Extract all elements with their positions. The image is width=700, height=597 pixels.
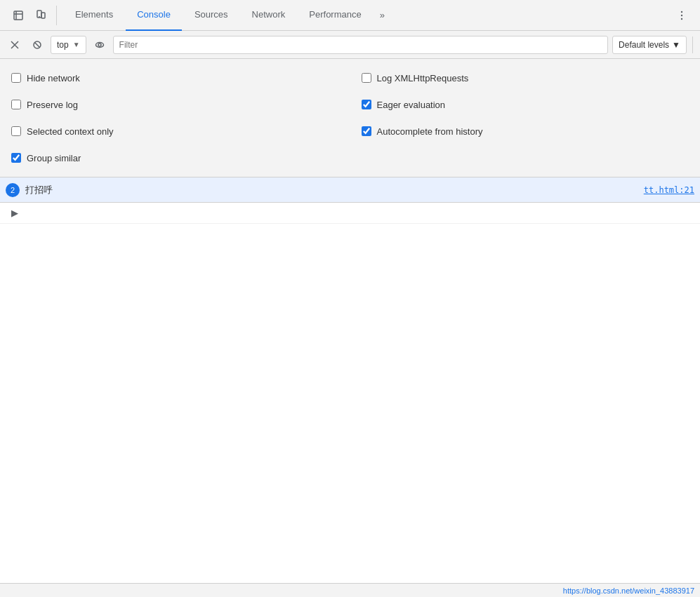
tab-elements[interactable]: Elements bbox=[64, 0, 124, 31]
filter-input[interactable] bbox=[113, 36, 608, 54]
selected-context-label[interactable]: Selected context only bbox=[11, 126, 114, 137]
group-similar-label[interactable]: Group similar bbox=[11, 153, 81, 163]
clear-console-icon[interactable] bbox=[6, 36, 24, 54]
svg-rect-4 bbox=[41, 13, 45, 18]
console-expand-row[interactable]: ▶ bbox=[0, 203, 700, 224]
tab-right-icons bbox=[672, 6, 697, 25]
context-value: top bbox=[57, 40, 69, 50]
console-group-badge: 2 bbox=[6, 183, 20, 197]
svg-point-6 bbox=[681, 11, 682, 12]
console-content: 2 打招呼 tt.html:21 ▶ bbox=[0, 177, 700, 583]
eye-icon[interactable] bbox=[91, 36, 109, 54]
device-toolbar-icon[interactable] bbox=[31, 6, 51, 25]
settings-col-left-1: Hide network bbox=[0, 73, 350, 83]
preserve-log-label[interactable]: Preserve log bbox=[11, 100, 78, 110]
eager-eval-checkbox[interactable] bbox=[362, 100, 371, 109]
more-options-icon[interactable] bbox=[672, 6, 692, 25]
console-group-row[interactable]: 2 打招呼 tt.html:21 bbox=[0, 177, 700, 203]
settings-panel: Hide network Log XMLHttpRequests Preserv… bbox=[0, 59, 700, 177]
console-expand-arrow[interactable]: ▶ bbox=[11, 208, 18, 218]
context-dropdown-arrow: ▼ bbox=[73, 41, 80, 48]
tab-performance[interactable]: Performance bbox=[298, 0, 372, 31]
status-url[interactable]: https://blog.csdn.net/weixin_43883917 bbox=[563, 586, 694, 595]
svg-rect-0 bbox=[14, 11, 22, 20]
selected-context-checkbox[interactable] bbox=[11, 126, 21, 136]
autocomplete-label[interactable]: Autocomplete from history bbox=[362, 126, 483, 137]
tab-console[interactable]: Console bbox=[126, 0, 182, 31]
tab-sources[interactable]: Sources bbox=[183, 0, 239, 31]
settings-row-1: Hide network Log XMLHttpRequests bbox=[0, 65, 700, 91]
settings-row-3: Selected context only Autocomplete from … bbox=[0, 118, 700, 145]
level-dropdown-arrow: ▼ bbox=[672, 40, 680, 50]
tab-bar-icons bbox=[3, 6, 57, 25]
toolbar-divider bbox=[692, 36, 693, 53]
devtools-panel: Elements Console Sources Network Perform… bbox=[0, 0, 700, 597]
settings-col-right-3: Autocomplete from history bbox=[350, 126, 701, 137]
inspect-element-icon[interactable] bbox=[8, 6, 28, 25]
settings-col-left-2: Preserve log bbox=[0, 100, 350, 110]
svg-point-8 bbox=[681, 18, 682, 19]
group-similar-checkbox[interactable] bbox=[11, 153, 21, 163]
svg-point-12 bbox=[98, 43, 101, 46]
log-xmlhttp-checkbox[interactable] bbox=[362, 73, 371, 83]
level-label: Default levels bbox=[619, 40, 669, 50]
level-selector[interactable]: Default levels ▼ bbox=[612, 36, 687, 54]
settings-row-4: Group similar bbox=[0, 145, 700, 171]
log-xmlhttp-label[interactable]: Log XMLHttpRequests bbox=[362, 73, 469, 83]
tab-network[interactable]: Network bbox=[241, 0, 297, 31]
status-bar: https://blog.csdn.net/weixin_43883917 bbox=[0, 583, 700, 597]
svg-line-10 bbox=[35, 42, 40, 47]
console-toolbar: top ▼ Default levels ▼ bbox=[0, 31, 700, 59]
eager-eval-label[interactable]: Eager evaluation bbox=[362, 100, 446, 110]
console-group-location[interactable]: tt.html:21 bbox=[644, 185, 694, 195]
hide-network-label[interactable]: Hide network bbox=[11, 73, 80, 83]
autocomplete-checkbox[interactable] bbox=[362, 126, 371, 136]
settings-col-left-4: Group similar bbox=[0, 153, 350, 163]
block-icon[interactable] bbox=[28, 36, 46, 54]
preserve-log-checkbox[interactable] bbox=[11, 100, 21, 109]
tab-more[interactable]: » bbox=[374, 0, 390, 31]
hide-network-checkbox[interactable] bbox=[11, 73, 21, 83]
console-group-text: 打招呼 bbox=[25, 184, 644, 196]
tab-bar: Elements Console Sources Network Perform… bbox=[0, 0, 700, 31]
settings-row-2: Preserve log Eager evaluation bbox=[0, 91, 700, 118]
settings-col-left-3: Selected context only bbox=[0, 126, 350, 137]
svg-point-7 bbox=[681, 14, 682, 15]
settings-col-right-1: Log XMLHttpRequests bbox=[350, 73, 701, 83]
settings-col-right-2: Eager evaluation bbox=[350, 100, 701, 110]
context-selector[interactable]: top ▼ bbox=[51, 36, 86, 54]
